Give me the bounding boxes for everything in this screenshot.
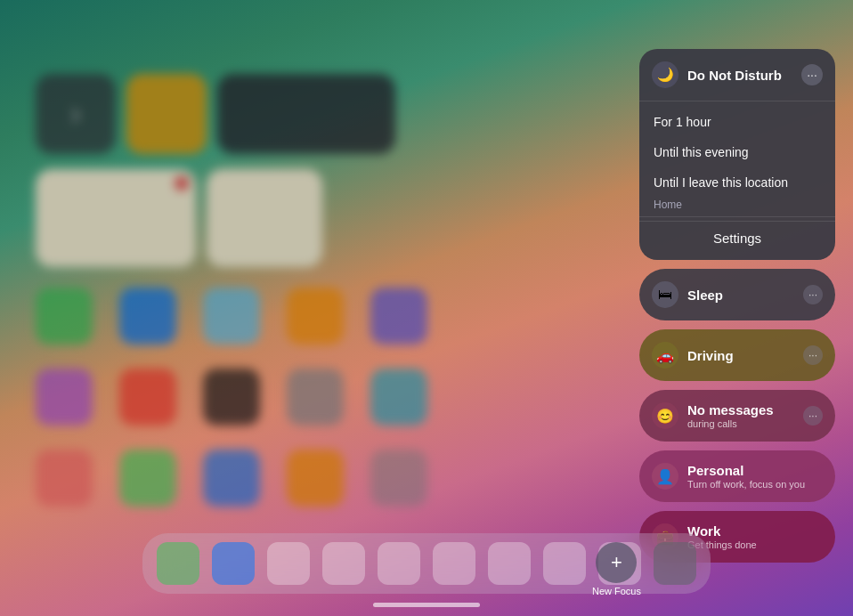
no-messages-focus-button[interactable]: 😊 No messages during calls ··· (639, 390, 835, 442)
personal-focus-button[interactable]: 👤 Personal Turn off work, focus on you (639, 450, 835, 502)
sleep-focus-text: Sleep (687, 288, 794, 303)
personal-focus-name: Personal (687, 463, 823, 478)
dock-icon-1[interactable] (157, 542, 199, 585)
home-indicator (373, 603, 480, 607)
new-focus-button[interactable]: + New Focus (592, 542, 641, 596)
no-messages-focus-subtitle: during calls (687, 418, 794, 429)
new-focus-plus-icon: + (596, 542, 637, 583)
dock-icon-8[interactable] (543, 542, 586, 585)
focus-panel: 🌙 Do Not Disturb ··· For 1 hour Until th… (639, 49, 835, 563)
do-not-disturb-card: 🌙 Do Not Disturb ··· For 1 hour Until th… (639, 49, 835, 260)
more-dots-icon: ··· (807, 69, 817, 81)
no-messages-focus-text: No messages during calls (687, 402, 794, 429)
dock-icon-7[interactable] (488, 542, 531, 585)
moon-icon: 🌙 (652, 61, 678, 88)
dock-icon-5[interactable] (378, 542, 420, 585)
dock-icon-6[interactable] (433, 542, 475, 585)
dock-icon-10[interactable] (654, 542, 696, 585)
dnd-more-button[interactable]: ··· (801, 64, 823, 85)
sleep-focus-name: Sleep (687, 288, 794, 303)
driving-focus-name: Driving (687, 348, 794, 363)
dnd-title: Do Not Disturb (687, 68, 792, 83)
dnd-submenu: For 1 hour Until this evening Until I le… (639, 101, 835, 260)
new-focus-label: New Focus (592, 586, 641, 596)
personal-icon: 👤 (652, 463, 678, 490)
no-messages-icon: 😊 (652, 402, 678, 429)
dock-icon-4[interactable] (322, 542, 365, 585)
driving-icon: 🚗 (652, 342, 678, 369)
dock-icon-3[interactable] (267, 542, 310, 585)
dnd-settings-button[interactable]: Settings (639, 221, 835, 255)
no-messages-focus-name: No messages (687, 402, 794, 417)
sleep-focus-button[interactable]: 🛏 Sleep ··· (639, 269, 835, 320)
sleep-more-button[interactable]: ··· (803, 285, 823, 304)
driving-focus-button[interactable]: 🚗 Driving ··· (639, 329, 835, 381)
dock-area (0, 533, 853, 607)
no-messages-more-button[interactable]: ··· (803, 406, 823, 426)
dock-icon-2[interactable] (212, 542, 255, 585)
until-leave-location-option[interactable]: Until I leave this location (639, 167, 835, 198)
personal-focus-subtitle: Turn off work, focus on you (687, 479, 823, 490)
dnd-header[interactable]: 🌙 Do Not Disturb ··· (639, 49, 835, 101)
until-this-evening-option[interactable]: Until this evening (639, 137, 835, 167)
home-sublabel: Home (639, 198, 835, 213)
driving-more-button[interactable]: ··· (803, 345, 823, 365)
driving-focus-text: Driving (687, 348, 794, 363)
sleep-icon: 🛏 (652, 281, 678, 308)
personal-focus-text: Personal Turn off work, focus on you (687, 463, 823, 490)
for-1-hour-option[interactable]: For 1 hour (639, 107, 835, 137)
submenu-divider (639, 216, 835, 217)
home-screen-apps: › (0, 0, 621, 616)
